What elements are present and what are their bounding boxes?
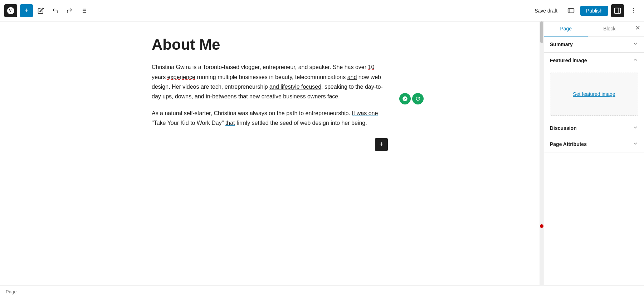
edit-icon <box>38 8 44 14</box>
summary-section-header[interactable]: Summary <box>544 36 644 52</box>
page-attributes-section: Page Attributes <box>544 136 644 152</box>
page-attributes-chevron-icon <box>633 141 638 148</box>
svg-point-11 <box>633 10 634 11</box>
discussion-section: Discussion <box>544 120 644 136</box>
sidebar-toggle-button[interactable] <box>611 4 624 17</box>
summary-title: Summary <box>550 41 573 47</box>
grammarly-button-2[interactable] <box>412 93 424 104</box>
undo-icon <box>52 8 58 14</box>
toolbar: + Save draft <box>0 0 644 21</box>
featured-image-title: Featured image <box>550 58 587 63</box>
paragraph-1[interactable]: Christina Gwira is a Toronto-based vlogg… <box>152 62 388 101</box>
undo-button[interactable] <box>49 4 62 17</box>
discussion-section-header[interactable]: Discussion <box>544 120 644 136</box>
editor-content: About Me Christina Gwira is a Toronto-ba… <box>137 36 402 151</box>
status-bar: Page <box>0 285 644 298</box>
status-label: Page <box>6 289 16 294</box>
featured-image-chevron-icon <box>633 57 638 64</box>
redo-button[interactable] <box>63 4 76 17</box>
svg-rect-8 <box>615 8 621 13</box>
save-draft-button[interactable]: Save draft <box>530 6 562 16</box>
post-title[interactable]: About Me <box>152 36 388 54</box>
scrollbar-dot <box>540 224 543 228</box>
discussion-title: Discussion <box>550 125 577 131</box>
grammarly-icon-2 <box>415 96 421 102</box>
featured-image-area: Set featured image <box>544 68 644 120</box>
svg-point-12 <box>633 12 634 13</box>
text-10: 10 <box>368 64 375 70</box>
featured-image-section: Featured image Set featured image <box>544 53 644 120</box>
scrollbar-track[interactable] <box>540 21 544 285</box>
view-button[interactable] <box>565 4 577 17</box>
text-it-was-one: It was one <box>352 110 378 116</box>
grammarly-icon-1 <box>402 96 408 102</box>
more-options-button[interactable] <box>627 4 640 17</box>
sidebar-tabs: Page Block ✕ <box>544 21 644 36</box>
main-area: About Me Christina Gwira is a Toronto-ba… <box>0 21 644 285</box>
text-and: and <box>347 74 357 80</box>
tab-block[interactable]: Block <box>588 21 631 36</box>
set-featured-image-button[interactable]: Set featured image <box>550 73 638 116</box>
grammarly-buttons <box>399 93 424 104</box>
svg-point-10 <box>633 8 634 9</box>
close-sidebar-button[interactable]: ✕ <box>631 21 644 34</box>
add-block-button[interactable]: + <box>20 4 33 17</box>
toolbar-right: Save draft Publish <box>530 4 640 17</box>
paragraph-2[interactable]: As a natural self-starter, Christina was… <box>152 108 388 128</box>
wordpress-logo <box>4 4 17 17</box>
tab-page[interactable]: Page <box>544 21 588 36</box>
edit-button[interactable] <box>34 4 47 17</box>
page-attributes-section-header[interactable]: Page Attributes <box>544 136 644 152</box>
summary-chevron-icon <box>633 41 638 48</box>
summary-section: Summary <box>544 36 644 53</box>
add-block-inline-button[interactable]: + <box>375 138 388 151</box>
text-and2: and lifestyle focused <box>269 84 321 90</box>
page-attributes-title: Page Attributes <box>550 141 587 147</box>
view-icon <box>567 7 575 14</box>
publish-button[interactable]: Publish <box>580 6 608 16</box>
svg-rect-6 <box>568 9 574 13</box>
editor-area[interactable]: About Me Christina Gwira is a Toronto-ba… <box>0 21 540 285</box>
list-icon <box>80 8 87 14</box>
featured-image-section-header[interactable]: Featured image <box>544 53 644 68</box>
list-view-button[interactable] <box>77 4 90 17</box>
more-icon <box>630 7 637 14</box>
grammarly-button-1[interactable] <box>399 93 411 104</box>
sidebar: Page Block ✕ Summary Featured image <box>544 21 644 285</box>
redo-icon <box>66 8 73 14</box>
wordpress-icon <box>6 6 15 15</box>
sidebar-toggle-icon <box>614 7 621 14</box>
text-experience: experience <box>167 74 195 80</box>
discussion-chevron-icon <box>633 124 638 132</box>
text-that: that <box>225 120 235 126</box>
scrollbar-thumb[interactable] <box>540 21 543 43</box>
